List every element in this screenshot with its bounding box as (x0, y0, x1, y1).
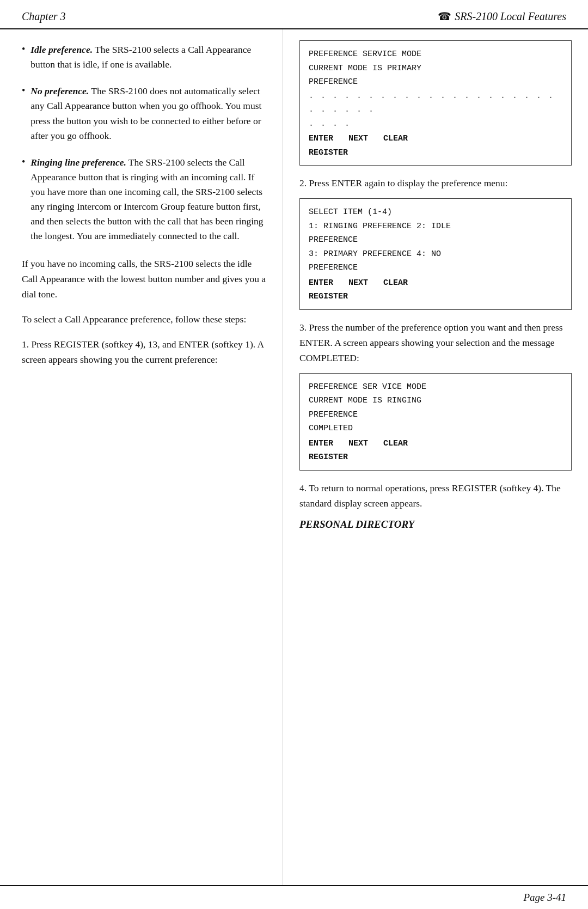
bullet-text-2: No preference. The SRS-2100 does not aut… (30, 84, 266, 143)
left-column: • Idle preference. The SRS-2100 selects … (0, 29, 283, 885)
bullet-idle-preference: • Idle preference. The SRS-2100 selects … (22, 42, 266, 72)
page-wrapper: Chapter 3 ☎SRS-2100 Local Features • Idl… (0, 0, 588, 909)
book-title: ☎SRS-2100 Local Features (438, 10, 566, 23)
main-content: • Idle preference. The SRS-2100 selects … (0, 29, 588, 885)
para-no-incoming-calls: If you have no incoming calls, the SRS-2… (22, 256, 266, 302)
box3-next: NEXT (348, 437, 368, 451)
bullet-text-1: Idle preference. The SRS-2100 selects a … (30, 42, 266, 72)
page-footer: Page 3-41 (0, 885, 588, 909)
right-column: PREFERENCE SERVICE MODE CURRENT MODE IS … (283, 29, 588, 885)
box1-line1: PREFERENCE SERVICE MODE (309, 47, 562, 62)
box3-line3: PREFERENCE (309, 408, 562, 422)
box1-enter: ENTER (309, 132, 333, 146)
bullet-no-preference: • No preference. The SRS-2100 does not a… (22, 84, 266, 143)
box2-line3: PREFERENCE (309, 233, 562, 247)
box3-clear: CLEAR (383, 437, 408, 451)
page-header: Chapter 3 ☎SRS-2100 Local Features (0, 0, 588, 29)
box2-clear: CLEAR (383, 276, 408, 290)
box3-register: REGISTER (309, 450, 562, 465)
box3-line4: COMPLETED (309, 422, 562, 436)
bullet-text-3: Ringing line preference. The SRS-2100 se… (30, 155, 266, 244)
step-3-text: 3. Press the number of the preference op… (299, 320, 572, 365)
box3-enter: ENTER (309, 437, 333, 451)
box2-line4: 3: PRIMARY PREFERENCE 4: NO (309, 247, 562, 261)
box2-line2: 1: RINGING PREFERENCE 2: IDLE (309, 219, 562, 234)
phone-icon: ☎ (438, 10, 451, 22)
box3-line2: CURRENT MODE IS RINGING (309, 394, 562, 408)
box1-line2: CURRENT MODE IS PRIMARY (309, 62, 562, 76)
step-2-text: 2. Press ENTER again to display the pref… (299, 175, 572, 191)
para-select-preference: To select a Call Appearance preference, … (22, 312, 266, 327)
box3-softkeys: ENTER NEXT CLEAR (309, 437, 562, 451)
box1-dots-short: . . . . (309, 117, 562, 131)
step-1-text: 1. Press REGISTER (softkey 4), 13, and E… (22, 337, 266, 367)
display-box-1: PREFERENCE SERVICE MODE CURRENT MODE IS … (299, 40, 572, 166)
box1-clear: CLEAR (383, 132, 408, 146)
box2-register: REGISTER (309, 290, 562, 304)
box1-softkeys: ENTER NEXT CLEAR (309, 132, 562, 146)
personal-directory-heading: PERSONAL DIRECTORY (299, 518, 572, 530)
display-box-3: PREFERENCE SER VICE MODE CURRENT MODE IS… (299, 373, 572, 471)
chapter-label: Chapter 3 (22, 10, 66, 23)
bullet-dot-3: • (22, 156, 25, 244)
box2-line5: PREFERENCE (309, 261, 562, 275)
bullet-dot-1: • (22, 44, 25, 72)
box1-next: NEXT (348, 132, 368, 146)
box3-line1: PREFERENCE SER VICE MODE (309, 380, 562, 394)
step-4-text: 4. To return to normal operations, press… (299, 480, 572, 511)
page-number: Page 3-41 (523, 892, 566, 904)
display-box-2: SELECT ITEM (1-4) 1: RINGING PREFERENCE … (299, 198, 572, 310)
box1-line3: PREFERENCE (309, 75, 562, 89)
box1-register: REGISTER (309, 146, 562, 160)
bullet-dot-2: • (22, 85, 25, 143)
box2-enter: ENTER (309, 276, 333, 290)
box2-next: NEXT (348, 276, 368, 290)
box2-softkeys: ENTER NEXT CLEAR (309, 276, 562, 290)
bullet-ringing-preference: • Ringing line preference. The SRS-2100 … (22, 155, 266, 244)
box2-line1: SELECT ITEM (1-4) (309, 205, 562, 219)
box1-dots-long: . . . . . . . . . . . . . . . . . . . . … (309, 89, 562, 117)
